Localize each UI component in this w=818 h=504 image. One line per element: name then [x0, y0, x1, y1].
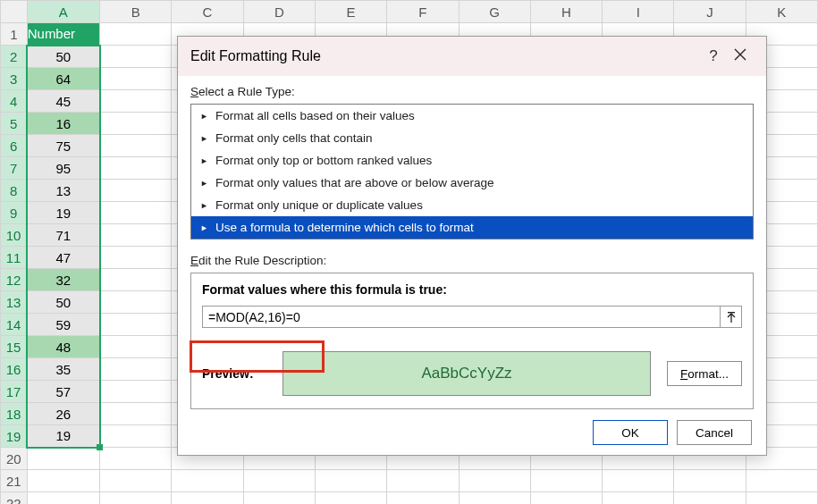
rule-type-item[interactable]: ►Format only top or bottom ranked values — [191, 149, 753, 172]
cell[interactable] — [172, 470, 243, 492]
cell[interactable] — [243, 492, 315, 505]
cell[interactable]: 64 — [27, 68, 99, 90]
cell[interactable]: 13 — [27, 180, 99, 202]
row-header[interactable]: 5 — [1, 113, 28, 135]
cell[interactable]: 26 — [27, 403, 99, 425]
cell[interactable]: 59 — [27, 314, 99, 336]
cell[interactable]: 57 — [27, 381, 99, 403]
column-header[interactable]: A — [27, 1, 99, 23]
cell[interactable] — [100, 425, 172, 448]
column-header[interactable]: E — [315, 1, 386, 23]
column-header[interactable]: H — [530, 1, 602, 23]
cell[interactable] — [387, 470, 459, 492]
cell[interactable] — [100, 202, 172, 224]
cell[interactable]: 47 — [27, 247, 99, 269]
rule-type-item[interactable]: ►Format all cells based on their values — [191, 105, 753, 127]
row-header[interactable]: 4 — [1, 90, 28, 113]
rule-type-item[interactable]: ►Format only unique or duplicate values — [191, 194, 753, 216]
rule-type-item[interactable]: ►Format only cells that contain — [191, 127, 753, 149]
cell[interactable] — [459, 470, 530, 492]
row-header[interactable]: 2 — [1, 46, 28, 68]
row-header[interactable]: 19 — [1, 425, 28, 448]
column-header[interactable]: I — [603, 1, 674, 23]
row-header[interactable]: 3 — [1, 68, 28, 90]
cell[interactable] — [746, 470, 817, 492]
cell[interactable]: 75 — [27, 135, 99, 157]
row-header[interactable]: 13 — [1, 291, 28, 314]
rule-type-item[interactable]: ►Format only values that are above or be… — [191, 172, 753, 194]
cell[interactable] — [100, 224, 172, 247]
format-button[interactable]: Format... — [667, 361, 742, 386]
cell[interactable]: 45 — [27, 90, 99, 113]
cell[interactable] — [530, 492, 602, 505]
cell[interactable] — [674, 492, 746, 505]
column-header[interactable]: F — [387, 1, 459, 23]
cell[interactable] — [100, 314, 172, 336]
row-header[interactable]: 10 — [1, 224, 28, 247]
cell[interactable] — [100, 269, 172, 291]
column-header[interactable]: J — [674, 1, 746, 23]
cell[interactable] — [100, 492, 172, 505]
help-button[interactable]: ? — [700, 47, 727, 65]
cell[interactable]: 35 — [27, 358, 99, 381]
cell[interactable]: Number — [27, 23, 99, 46]
cell[interactable]: 19 — [27, 202, 99, 224]
cell[interactable]: 48 — [27, 336, 99, 358]
row-header[interactable]: 1 — [1, 23, 28, 46]
cell[interactable] — [100, 403, 172, 425]
cell[interactable] — [27, 492, 99, 505]
column-header[interactable]: D — [243, 1, 315, 23]
cell[interactable] — [530, 470, 602, 492]
row-header[interactable]: 12 — [1, 269, 28, 291]
cell[interactable] — [315, 470, 386, 492]
row-header[interactable]: 16 — [1, 358, 28, 381]
cell[interactable]: 16 — [27, 113, 99, 135]
rule-type-item[interactable]: ►Use a formula to determine which cells … — [191, 216, 753, 239]
ok-button[interactable]: OK — [593, 420, 668, 445]
row-header[interactable]: 6 — [1, 135, 28, 157]
formula-input[interactable]: =MOD(A2,16)=0 — [202, 306, 721, 328]
cell[interactable] — [100, 358, 172, 381]
cell[interactable]: 50 — [27, 291, 99, 314]
cell[interactable]: 32 — [27, 269, 99, 291]
column-header[interactable]: C — [172, 1, 243, 23]
cell[interactable] — [674, 470, 746, 492]
cell[interactable] — [172, 492, 243, 505]
cell[interactable] — [100, 46, 172, 68]
cell[interactable] — [100, 135, 172, 157]
row-header[interactable]: 8 — [1, 180, 28, 202]
cell[interactable]: 71 — [27, 224, 99, 247]
row-header[interactable]: 22 — [1, 492, 28, 505]
column-header[interactable]: K — [746, 1, 817, 23]
cell[interactable] — [100, 247, 172, 269]
cell[interactable] — [100, 448, 172, 470]
cell[interactable] — [27, 470, 99, 492]
row-header[interactable]: 21 — [1, 470, 28, 492]
row-header[interactable]: 14 — [1, 314, 28, 336]
cell[interactable] — [459, 492, 530, 505]
close-button[interactable] — [727, 47, 754, 65]
cell[interactable] — [100, 381, 172, 403]
rule-type-list[interactable]: ►Format all cells based on their values►… — [190, 104, 754, 239]
cell[interactable] — [603, 470, 674, 492]
cell[interactable] — [100, 291, 172, 314]
column-header[interactable]: G — [459, 1, 530, 23]
cell[interactable]: 19 — [27, 425, 99, 448]
cell[interactable]: 50 — [27, 46, 99, 68]
cell[interactable] — [100, 157, 172, 180]
cell[interactable]: 95 — [27, 157, 99, 180]
cell[interactable] — [27, 448, 99, 470]
row-header[interactable]: 15 — [1, 336, 28, 358]
cell[interactable] — [243, 470, 315, 492]
row-header[interactable]: 11 — [1, 247, 28, 269]
cancel-button[interactable]: Cancel — [677, 420, 752, 445]
range-selector-button[interactable] — [721, 306, 742, 328]
row-header[interactable]: 7 — [1, 157, 28, 180]
cell[interactable] — [100, 68, 172, 90]
cell[interactable] — [100, 336, 172, 358]
cell[interactable] — [100, 23, 172, 46]
cell[interactable] — [100, 90, 172, 113]
cell[interactable] — [603, 492, 674, 505]
cell[interactable] — [746, 492, 817, 505]
cell[interactable] — [100, 113, 172, 135]
